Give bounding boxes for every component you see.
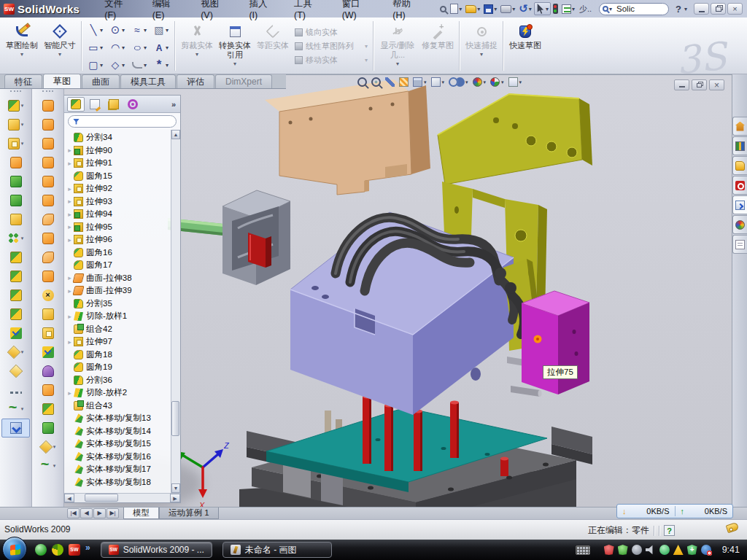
feature-tree-item[interactable]: ▸ 曲面-拉伸39 (66, 284, 171, 298)
feature-tree-item[interactable]: ▸ 分割36 (66, 374, 171, 387)
feature-tree-item[interactable]: ▸ 分割35 (66, 298, 171, 311)
chevron-down-icon[interactable]: ▾ (484, 79, 487, 85)
trim-entities-button[interactable]: 剪裁实体 ▾ (178, 20, 216, 72)
command-tab[interactable]: 曲面 (82, 74, 120, 88)
model-tab[interactable]: 运动算例 1 (159, 508, 219, 519)
chevron-down-icon[interactable]: ▾ (122, 44, 125, 51)
chevron-down-icon[interactable]: ▾ (166, 27, 169, 34)
model-tab[interactable]: 模型 (123, 508, 159, 519)
custom-properties[interactable] (732, 235, 747, 254)
fillet[interactable]: ▾ (1, 134, 30, 153)
options-button[interactable]: ▾ (560, 1, 576, 16)
new-document-button[interactable]: ▾ (449, 1, 463, 16)
configurationmanager-tab[interactable] (105, 97, 123, 112)
scale[interactable]: ▾ (34, 343, 62, 362)
corner-rectangle[interactable]: ▾ (85, 42, 107, 53)
chevron-down-icon[interactable]: ▾ (609, 6, 612, 12)
feature-tree-item[interactable]: ▸ 曲面-拉伸38 (66, 272, 171, 285)
sync-agent-icon[interactable] (659, 545, 670, 555)
move-copy-body[interactable]: ▾ (1, 324, 30, 343)
appearances-scenes[interactable] (732, 215, 747, 234)
linear-sketch-pattern-button[interactable]: 线性草图阵列 ▾ (295, 41, 371, 52)
feature-tree-item[interactable]: ▸ 拉伸94 (66, 208, 171, 221)
apply-scene[interactable]: ▾ (490, 77, 504, 87)
cylinder-boss[interactable]: ▾ (34, 419, 62, 438)
previous-study-button[interactable]: ◀ (80, 508, 93, 518)
antivirus-shield-icon[interactable] (618, 545, 628, 555)
feature-tree-item[interactable]: ▸ 组合42 (66, 323, 171, 336)
extruded-boss[interactable]: ▾ (1, 96, 30, 115)
chevron-down-icon[interactable]: ▾ (58, 51, 61, 58)
line[interactable]: ▾ (85, 24, 107, 36)
feature-tree-item[interactable]: ▸ 分割34 (66, 131, 171, 144)
next-study-button[interactable]: ▶ (93, 508, 106, 518)
polygon[interactable]: ▾ (107, 59, 128, 71)
expander-arrow-icon[interactable]: ▸ (66, 160, 74, 167)
sketch-button[interactable]: 草图绘制 ▾ (3, 20, 41, 72)
deform[interactable]: ▾ (34, 191, 62, 210)
minimize-button[interactable] (694, 3, 709, 15)
shield-plus-icon[interactable] (687, 545, 697, 555)
sketch-fillet[interactable]: ▾ (128, 62, 150, 69)
display-style[interactable]: ▾ (431, 77, 445, 87)
freeform[interactable]: ▾ (34, 381, 62, 400)
ellipse[interactable]: ▾ (128, 42, 150, 53)
expander-arrow-icon[interactable]: ▸ (66, 389, 74, 397)
scroll-up-button[interactable]: ▲ (171, 130, 180, 139)
sketch-text[interactable]: ▾ (150, 42, 172, 54)
dome[interactable]: ▾ (34, 362, 62, 381)
security-center-red-icon[interactable] (604, 545, 614, 555)
wrap[interactable]: ▾ (34, 229, 62, 248)
expander-arrow-icon[interactable]: ▸ (66, 185, 74, 192)
feature-tree-item[interactable]: ▸ 组合43 (66, 400, 171, 413)
command-tab[interactable]: 模具工具 (120, 74, 176, 88)
linear-pattern[interactable]: ▾ (1, 229, 30, 248)
menu-item[interactable]: 窗口(W) (333, 0, 383, 23)
chevron-down-icon[interactable]: ▾ (21, 122, 24, 128)
antivirus-icon[interactable] (52, 544, 63, 556)
bodies[interactable]: ▾ (1, 305, 30, 324)
tree-filter-input[interactable] (68, 115, 177, 128)
chevron-down-icon[interactable]: ▾ (233, 61, 236, 67)
feature-tree-item[interactable]: ▸ 圆角18 (66, 349, 171, 362)
expander-arrow-icon[interactable]: ▸ (66, 313, 74, 320)
reference-star[interactable]: ▾ (34, 438, 62, 456)
feature-tree-item[interactable]: ▸ 实体-移动/复制14 (66, 425, 171, 438)
chevron-down-icon[interactable]: ▾ (100, 44, 103, 51)
feature-tree-item[interactable]: ▸ 实体-移动/复制15 (66, 438, 171, 451)
search-input[interactable]: Solic (616, 4, 635, 13)
search-box[interactable]: ▾ Solic (599, 3, 669, 15)
chevron-down-icon[interactable]: ▾ (20, 51, 23, 58)
command-tab[interactable]: DimXpert (215, 74, 272, 88)
scroll-left-button[interactable]: ◀ (64, 494, 74, 502)
chevron-down-icon[interactable]: ▾ (100, 62, 103, 69)
scrollbar-thumb[interactable] (171, 401, 179, 436)
featuremanager-tab[interactable] (67, 97, 85, 112)
feature-tree-item[interactable]: ▸ 拉伸92 (66, 182, 171, 195)
toolbar-grip[interactable] (10, 90, 21, 95)
feature-tree-item[interactable]: ▸ 实体-移动/复制18 (66, 476, 171, 489)
help-button[interactable]: ? (676, 4, 681, 15)
tree-vertical-scrollbar[interactable]: ▲ ▼ (171, 130, 180, 493)
first-study-button[interactable]: |◀ (67, 508, 80, 518)
combine-bodies[interactable]: ▾ (1, 248, 30, 267)
chevron-down-icon[interactable]: ▾ (144, 44, 147, 51)
chevron-down-icon[interactable]: ▾ (424, 79, 427, 85)
update-manager-icon[interactable] (632, 545, 642, 555)
chevron-down-icon[interactable]: ▾ (21, 406, 24, 412)
edit-appearance[interactable]: ▾ (473, 77, 487, 87)
select-button[interactable]: ▾ (534, 2, 551, 15)
feature-tree-item[interactable]: ▸ 拉伸97 (66, 335, 171, 349)
flex[interactable]: ▾ (34, 172, 62, 191)
propertymanager-tab[interactable] (86, 97, 104, 112)
smart-dimension-button[interactable]: 智能尺寸 ▾ (41, 20, 79, 72)
lofted-cut[interactable]: ▾ (34, 153, 62, 172)
straight-slot[interactable]: ▾ (85, 59, 107, 71)
chevron-down-icon[interactable]: ▾ (144, 62, 147, 69)
file-explorer[interactable] (732, 156, 747, 175)
spline-curve[interactable]: ▾ (34, 456, 62, 475)
panel-overflow-chevron[interactable]: » (171, 100, 177, 109)
chevron-down-icon[interactable]: ▾ (477, 6, 480, 12)
chevron-down-icon[interactable]: ▾ (546, 6, 549, 12)
chevron-down-icon[interactable]: ▾ (144, 27, 147, 34)
